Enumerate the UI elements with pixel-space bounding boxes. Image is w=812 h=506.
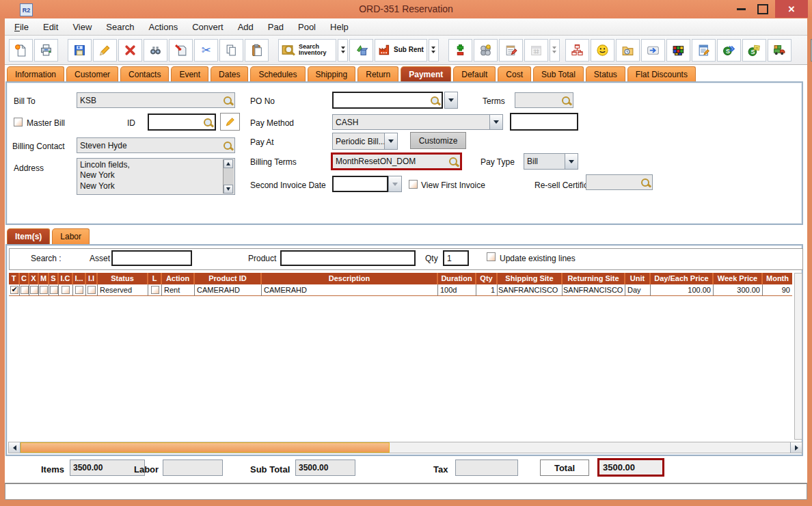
minimize-icon[interactable] — [737, 8, 746, 10]
chevron-down-icon[interactable] — [565, 154, 578, 169]
sub-rent-dropdown[interactable] — [429, 39, 439, 62]
document-edit-button[interactable] — [692, 39, 716, 62]
billing-terms-field[interactable]: MonthResetON_DOM — [331, 152, 462, 170]
convert-button[interactable] — [349, 39, 373, 62]
search-icon[interactable] — [641, 178, 649, 187]
po-no-field[interactable] — [332, 92, 443, 109]
row-checkbox-s[interactable] — [50, 286, 58, 294]
tab-return[interactable]: Return — [357, 66, 398, 82]
search-inventory-dropdown[interactable] — [338, 39, 348, 62]
col-header[interactable]: M — [39, 273, 49, 284]
col-header-product-id[interactable]: Product ID — [195, 273, 262, 284]
search-icon[interactable] — [224, 142, 232, 150]
col-header[interactable]: I.I — [86, 273, 98, 284]
view-first-invoice-checkbox[interactable] — [409, 180, 418, 189]
hierarchy-button[interactable] — [565, 39, 589, 62]
menu-view[interactable]: View — [72, 22, 92, 32]
col-header[interactable]: L — [148, 273, 162, 284]
po-no-dropdown[interactable] — [444, 92, 458, 109]
menu-edit[interactable]: Edit — [43, 22, 58, 32]
close-icon[interactable]: ✕ — [775, 0, 808, 18]
calendar-dropdown[interactable] — [550, 39, 560, 62]
asset-input[interactable] — [111, 250, 192, 266]
tab-items[interactable]: Item(s) — [7, 228, 50, 244]
second-invoice-date-field[interactable] — [332, 176, 388, 192]
search-icon[interactable] — [562, 96, 570, 105]
items-horizontal-scrollbar[interactable] — [8, 442, 802, 453]
pay-method-extra-field[interactable] — [510, 113, 578, 131]
tab-flat-discounts[interactable]: Flat Discounts — [627, 66, 696, 82]
tab-shipping[interactable]: Shipping — [308, 66, 356, 82]
paste-button[interactable] — [245, 39, 269, 62]
search-icon[interactable] — [224, 96, 232, 105]
tab-contacts[interactable]: Contacts — [120, 66, 169, 82]
col-header-qty[interactable]: Qty — [476, 273, 498, 284]
menu-actions[interactable]: Actions — [149, 22, 178, 32]
pay-type-select[interactable]: Bill — [524, 153, 578, 170]
edit-button[interactable] — [93, 39, 117, 62]
qty-input[interactable]: 1 — [443, 250, 469, 266]
scroll-left-icon[interactable] — [9, 442, 21, 453]
col-header-duration[interactable]: Duration — [438, 273, 476, 284]
tab-default[interactable]: Default — [453, 66, 496, 82]
col-header-returning-site[interactable]: Returning Site — [563, 273, 625, 284]
col-header[interactable]: I... — [73, 273, 86, 284]
terms-field[interactable] — [515, 92, 573, 108]
product-input[interactable] — [280, 250, 416, 266]
add-remove-button[interactable] — [448, 39, 472, 62]
row-checkbox-x[interactable] — [30, 286, 38, 294]
tab-schedules[interactable]: Schedules — [250, 66, 305, 82]
tab-payment[interactable]: Payment — [401, 66, 451, 82]
row-checkbox-ii[interactable] — [87, 286, 96, 294]
row-checkbox-i[interactable] — [75, 286, 83, 294]
id-field[interactable] — [148, 114, 216, 131]
col-header[interactable]: C — [20, 273, 29, 284]
second-invoice-date-dropdown[interactable] — [388, 176, 402, 192]
pay-method-select[interactable]: CASH — [332, 114, 503, 130]
col-header[interactable]: S — [49, 273, 59, 284]
menu-pool[interactable]: Pool — [298, 22, 316, 32]
quickbooks-notes-button[interactable]: S — [742, 39, 766, 62]
menu-help[interactable]: Help — [330, 22, 349, 32]
row-checkbox-m[interactable] — [40, 286, 48, 294]
col-header[interactable]: I.C — [59, 273, 73, 284]
quickbooks-sync-button[interactable]: S — [717, 39, 741, 62]
col-header[interactable]: X — [29, 273, 39, 284]
tab-customer[interactable]: Customer — [66, 66, 118, 82]
scroll-down-icon[interactable] — [224, 185, 233, 194]
chevron-down-icon[interactable] — [384, 133, 397, 149]
col-header-week-price[interactable]: Week Price — [714, 273, 763, 284]
row-checkbox-c[interactable] — [21, 286, 29, 294]
menu-pad[interactable]: Pad — [268, 22, 284, 32]
smiley-button[interactable] — [591, 39, 614, 62]
menu-file[interactable]: File — [14, 22, 29, 32]
sub-rent-button[interactable]: Sub Rent — [375, 39, 427, 62]
copy-to-button[interactable] — [169, 39, 193, 62]
bill-to-field[interactable]: KSB — [77, 92, 235, 108]
scroll-right-icon[interactable] — [790, 442, 802, 453]
calendar-button[interactable]: 12 — [524, 39, 548, 62]
id-edit-button[interactable] — [220, 113, 240, 131]
menu-add[interactable]: Add — [238, 22, 254, 32]
col-header-description[interactable]: Description — [262, 273, 438, 284]
col-header-status[interactable]: Status — [98, 273, 148, 284]
tab-cost[interactable]: Cost — [498, 66, 531, 82]
maximize-icon[interactable] — [757, 4, 768, 14]
col-header-month-price[interactable]: Month — [763, 273, 792, 284]
menu-convert[interactable]: Convert — [192, 22, 224, 32]
scrollbar-thumb[interactable] — [21, 442, 390, 453]
customize-button[interactable]: Customize — [410, 132, 466, 149]
title-bar[interactable]: R2 ORD-351 Reservation ✕ — [0, 0, 812, 18]
tab-information[interactable]: Information — [7, 66, 64, 82]
copy-button[interactable] — [219, 39, 243, 62]
find-button[interactable] — [144, 39, 167, 62]
col-header-action[interactable]: Action — [162, 273, 195, 284]
save-button[interactable] — [68, 39, 92, 62]
col-header-shipping-site[interactable]: Shipping Site — [498, 273, 563, 284]
print-button[interactable] — [34, 39, 58, 62]
resell-certificate-field[interactable] — [586, 174, 653, 190]
search-icon[interactable] — [431, 96, 439, 105]
delete-button[interactable] — [118, 39, 142, 62]
search-icon[interactable] — [204, 118, 212, 126]
address-field[interactable]: Lincoln fields, New York New York — [77, 158, 235, 195]
